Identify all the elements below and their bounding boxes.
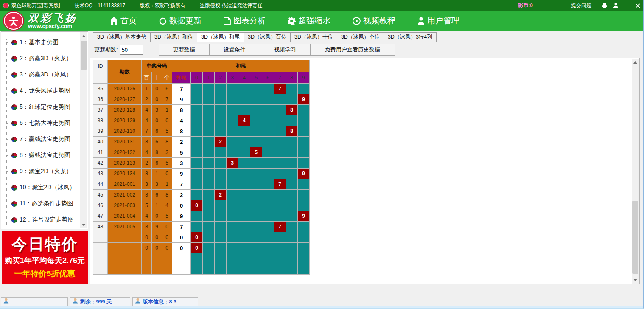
tab-3[interactable]: 3D（冰凤）百位	[244, 32, 290, 42]
sidebar-item-8[interactable]: 8：赚钱法宝走势图	[1, 147, 80, 163]
cell-tail	[238, 179, 250, 190]
cell-tail	[262, 84, 274, 94]
nav-item-data-update[interactable]: 数据更新	[159, 15, 202, 26]
header-tail-5: 5	[250, 72, 262, 84]
cell-tail	[203, 94, 215, 105]
period-count-input[interactable]	[120, 45, 143, 55]
tab-2[interactable]: 3D（冰凤）和尾	[197, 32, 244, 42]
promo-discount-line: 一年特价5折优惠	[14, 268, 76, 279]
cell-tail	[203, 169, 215, 179]
cell-tail	[238, 200, 250, 211]
cell-digit-0: 8	[142, 222, 152, 232]
cell-digit-1: 0	[152, 84, 162, 94]
update-data-button[interactable]: 更新数据	[159, 44, 209, 56]
header-tail-1: 1	[203, 72, 215, 84]
header-tail-7: 7	[274, 72, 286, 84]
nav-item-home[interactable]: 首页	[110, 15, 137, 26]
nav-item-label: 超强缩水	[298, 15, 330, 26]
tab-6[interactable]: 3D（冰凤）3行4列	[384, 32, 437, 42]
scroll-up-icon[interactable]	[632, 59, 639, 66]
close-button[interactable]	[632, 1, 643, 10]
cell-hewei: 0	[172, 232, 191, 243]
person-status-icon	[135, 298, 140, 306]
cell-tail	[250, 253, 262, 264]
sidebar-item-10[interactable]: 10：聚宝2D（冰凤）	[1, 180, 80, 196]
qq-icon[interactable]	[599, 1, 610, 10]
status-panel-user	[1, 297, 68, 306]
cell-tail	[286, 200, 298, 211]
promo-banner[interactable]: 今日特价 购买1年平均每天2.76元 一年特价5折优惠	[2, 231, 88, 284]
chart-icon	[224, 17, 231, 25]
tab-1[interactable]: 3D（冰凤）和值	[150, 32, 197, 42]
free-history-button[interactable]: 免费用户查看历史数据	[310, 44, 395, 56]
nav-item-label: 视频教程	[363, 15, 395, 26]
sidebar-item-3[interactable]: 3：必赢3D（冰凤）	[1, 67, 80, 83]
cell-digit-0: 0	[142, 232, 152, 243]
sidebar-item-7[interactable]: 7：赢钱法宝走势图	[1, 131, 80, 147]
sidebar-item-label: 10：聚宝2D（冰凤）	[20, 184, 75, 191]
cell-tail	[203, 211, 215, 222]
cell-tail	[203, 190, 215, 200]
cell-digit-2	[162, 264, 172, 275]
cell-tail-marker: 3	[227, 158, 238, 169]
cell-tail	[286, 94, 298, 105]
pie-chart-icon	[11, 56, 17, 62]
cell-tail	[203, 222, 215, 232]
submit-question-link[interactable]: 提交问题	[571, 2, 591, 9]
cell-tail	[215, 147, 227, 158]
nav-item-user-management[interactable]: 用户管理	[417, 15, 459, 26]
cell-hewei: 8	[172, 126, 191, 137]
nav-item-chart-analysis[interactable]: 图表分析	[224, 15, 266, 26]
tab-5[interactable]: 3D（冰凤）个位	[337, 32, 384, 42]
tab-0[interactable]: 3D（冰凤）基本走势	[93, 32, 150, 42]
sidebar-item-1[interactable]: 1：基本走势图	[1, 34, 80, 51]
pie-chart-icon	[11, 137, 17, 142]
set-conditions-button[interactable]: 设置条件	[209, 44, 260, 56]
cell-tail-marker: 0	[191, 200, 203, 211]
cell-tail	[215, 222, 227, 232]
table-row	[93, 264, 310, 275]
sidebar-scroll-thumb[interactable]	[81, 41, 87, 70]
table-row: 382020-12940044	[93, 115, 310, 126]
cell-id: 35	[93, 84, 108, 94]
cell-tail	[298, 200, 310, 211]
user-account-icon[interactable]	[610, 1, 621, 10]
cell-tail	[262, 137, 274, 147]
sidebar-item-2[interactable]: 2：必赢3D（火龙）	[1, 51, 80, 67]
cell-period: 2021-004	[108, 211, 142, 222]
logo-url: www.cpscfy.com	[28, 23, 77, 29]
cell-tail	[227, 105, 238, 115]
cell-id: 45	[93, 190, 108, 200]
sidebar-item-4[interactable]: 4：龙头凤尾走势图	[1, 83, 80, 99]
cell-hewei: 2	[172, 190, 191, 200]
cell-tail	[262, 243, 274, 253]
sidebar-item-6[interactable]: 6：七路大神走势图	[1, 115, 80, 131]
cell-tail	[203, 264, 215, 275]
cell-id: 41	[93, 147, 108, 158]
scroll-up-icon[interactable]	[80, 32, 87, 39]
cell-tail	[262, 253, 274, 264]
cell-tail	[250, 126, 262, 137]
content-scroll-thumb[interactable]	[632, 201, 638, 274]
cell-tail	[203, 105, 215, 115]
sidebar-scrollbar[interactable]	[80, 32, 87, 228]
sidebar-item-12[interactable]: 12：连号设定走势图	[1, 212, 80, 228]
cell-hewei: 5	[172, 147, 191, 158]
cell-tail	[238, 158, 250, 169]
cell-tail	[262, 179, 274, 190]
sidebar-item-9[interactable]: 9：聚宝2D（火龙）	[1, 163, 80, 180]
cell-id: 38	[93, 115, 108, 126]
cell-tail	[191, 84, 203, 94]
video-learning-button[interactable]: 视频学习	[260, 44, 310, 56]
sidebar-item-5[interactable]: 5：红球定位走势图	[1, 99, 80, 115]
content-scrollbar[interactable]	[632, 59, 639, 284]
minimize-button[interactable]	[621, 1, 632, 10]
tab-4[interactable]: 3D（冰凤）十位	[290, 32, 337, 42]
nav-item-shrink[interactable]: 超强缩水	[288, 15, 330, 26]
nav-item-video-tutorial[interactable]: 视频教程	[353, 15, 395, 26]
scroll-down-icon[interactable]	[632, 276, 639, 284]
cell-tail	[238, 169, 250, 179]
cell-tail	[215, 253, 227, 264]
sidebar-item-11[interactable]: 11：必选条件走势图	[1, 196, 80, 212]
scroll-down-icon[interactable]	[80, 221, 87, 228]
